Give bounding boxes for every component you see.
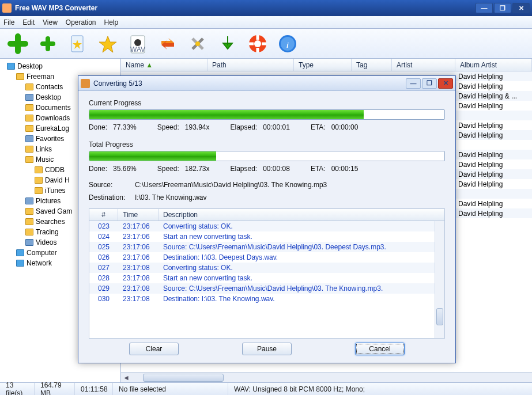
col-tag[interactable]: Tag [352, 59, 392, 71]
toolbar-output-icon[interactable]: WAV [126, 32, 150, 56]
folder-icon [25, 115, 33, 121]
log-row[interactable]: 02323:17:06Converting status: OK. [89, 221, 444, 231]
log-row[interactable]: 02923:17:08Source: C:\Users\Freeman\Musi… [89, 283, 444, 294]
log-col-time[interactable]: Time [118, 209, 159, 221]
statusbar: 13 file(s) 164.79 MB 01:11:58 No file se… [0, 382, 532, 395]
list-hscrollbar[interactable]: ◄ [121, 372, 532, 382]
log-row[interactable]: 02823:17:08Start an new converting task. [89, 273, 444, 283]
log-n: 029 [89, 284, 118, 293]
tree-label: Links [36, 145, 52, 153]
current-done: 77.33% [113, 123, 137, 131]
toolbar-download-icon[interactable] [216, 32, 240, 56]
toolbar-star-icon[interactable] [96, 32, 120, 56]
folder-icon [25, 135, 33, 142]
log-n: 027 [89, 264, 118, 272]
log-vscrollbar[interactable] [435, 221, 444, 338]
col-type[interactable]: Type [294, 59, 352, 71]
col-path[interactable]: Path [207, 59, 294, 71]
pause-button[interactable]: Pause [242, 343, 292, 355]
toolbar: WAV i [0, 29, 532, 59]
list-header: Name ▲ Path Type Tag Artist Album Artist [121, 59, 532, 71]
log-desc: Converting status: OK. [159, 264, 444, 272]
cell-albumartist: David Helpling [458, 131, 525, 139]
tree-label: Desktop [17, 62, 43, 70]
toolbar-addfiles-icon[interactable] [36, 32, 60, 56]
desktop-icon [7, 63, 15, 70]
dest-value: I:\03. The Knowing.wav [135, 193, 207, 202]
folder-icon [25, 156, 33, 163]
log-col-desc[interactable]: Description [159, 209, 435, 221]
col-name[interactable]: Name ▲ [121, 59, 207, 71]
tree-label: Computer [27, 249, 57, 257]
cancel-button[interactable]: Cancel [355, 343, 405, 355]
folder-icon [25, 218, 33, 225]
log-row[interactable]: 02523:17:06Source: C:\Users\Freeman\Musi… [89, 242, 444, 252]
log-n: 025 [89, 243, 118, 251]
svg-point-8 [254, 40, 261, 47]
toolbar-help-icon[interactable] [246, 32, 270, 56]
toolbar-convert-icon[interactable] [156, 32, 180, 56]
tree-label: Videos [36, 238, 56, 246]
log-n: 026 [89, 253, 118, 261]
tree-label: Searches [36, 218, 65, 226]
dialog-icon [81, 79, 90, 88]
folder-icon [25, 146, 33, 153]
minimize-button[interactable]: — [476, 3, 493, 13]
tree-label: Tracing [36, 228, 59, 236]
current-elapsed: 00:00:01 [263, 123, 290, 131]
folder-icon [25, 125, 33, 132]
tree-label: Documents [36, 104, 71, 112]
toolbar-favorites-icon[interactable] [66, 32, 90, 56]
status-format: WAV: Unsigned 8 bit PCM 8000 Hz; Mono; [228, 383, 532, 395]
cell-albumartist: David Helpling [458, 151, 525, 159]
cell-albumartist: David Helpling & ... [458, 92, 525, 100]
svg-text:WAV: WAV [130, 45, 145, 54]
log-row[interactable]: 02623:17:06Destination: I:\03. Deepest D… [89, 252, 444, 263]
log-col-n[interactable]: # [89, 209, 118, 221]
maximize-button[interactable]: ❐ [494, 3, 511, 13]
folder-icon [25, 208, 33, 215]
status-filecount: 13 file(s) [0, 383, 35, 395]
toolbar-info-icon[interactable]: i [276, 32, 300, 56]
toolbar-add-icon[interactable] [6, 32, 30, 56]
col-artist[interactable]: Artist [392, 59, 455, 71]
dialog-minimize-button[interactable]: — [406, 78, 421, 89]
log-time: 23:17:06 [118, 243, 159, 251]
tree-label: David H [45, 176, 70, 184]
cell-albumartist: David Helpling [458, 82, 525, 90]
tree-item[interactable]: Desktop [1, 61, 119, 71]
log-time: 23:17:06 [118, 222, 159, 230]
log-row[interactable]: 02723:17:08Converting status: OK. [89, 263, 444, 273]
log-header: # Time Description [89, 208, 445, 221]
current-progress-label: Current Progress [89, 99, 445, 107]
menu-view[interactable]: View [43, 18, 58, 26]
tree-label: iTunes [45, 187, 66, 195]
close-button[interactable]: ✕ [512, 3, 530, 13]
log-n: 023 [89, 222, 118, 230]
log-time: 23:17:06 [118, 233, 159, 241]
menu-file[interactable]: File [3, 18, 14, 26]
menu-operation[interactable]: Operation [66, 18, 96, 26]
toolbar-settings-icon[interactable] [186, 32, 210, 56]
tree-label: Favorites [36, 135, 64, 143]
clear-button[interactable]: Clear [129, 343, 179, 355]
folder-icon [25, 104, 33, 111]
cell-albumartist: David Helpling [458, 170, 525, 178]
converting-dialog: Converting 5/13 — ❐ ✕ Current Progress D… [78, 75, 456, 363]
log-time: 23:17:08 [118, 295, 159, 303]
log-row[interactable]: 02423:17:06Start an new converting task. [89, 231, 444, 242]
tree-label: Desktop [36, 93, 61, 101]
log-body[interactable]: 02323:17:06Converting status: OK.02423:1… [89, 221, 445, 339]
menu-help[interactable]: Help [104, 18, 119, 26]
dialog-close-button[interactable]: ✕ [438, 78, 453, 89]
menu-edit[interactable]: Edit [22, 18, 35, 26]
folder-icon [35, 166, 43, 173]
dialog-maximize-button[interactable]: ❐ [422, 78, 437, 89]
total-elapsed: 00:00:08 [263, 165, 290, 173]
total-done: 35.66% [113, 165, 137, 173]
source-label: Source: [89, 181, 135, 189]
col-albumartist[interactable]: Album Artist [455, 59, 532, 71]
cell-albumartist: David Helpling [458, 210, 525, 218]
log-row[interactable]: 03023:17:08Destination: I:\03. The Knowi… [89, 294, 444, 304]
cell-albumartist: David Helpling [458, 200, 525, 208]
